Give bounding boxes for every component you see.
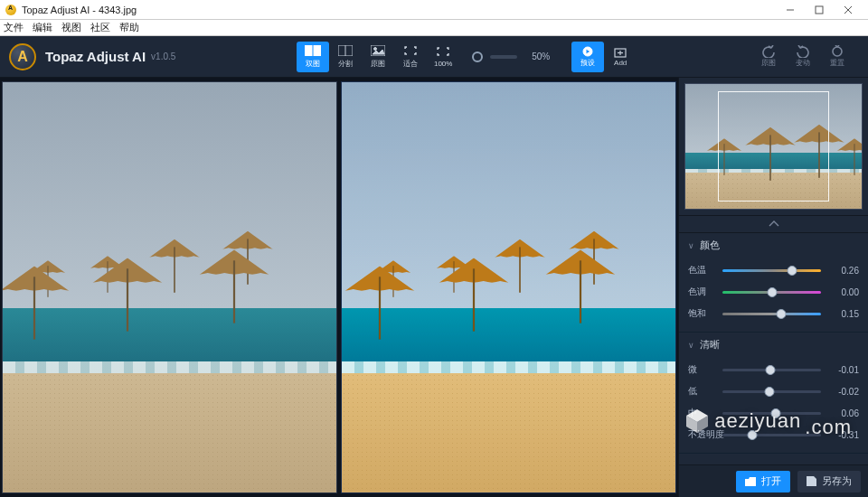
view-fit-button[interactable]: 适合: [394, 42, 427, 72]
window-minimize-button[interactable]: [776, 1, 805, 19]
svg-point-9: [374, 48, 377, 51]
slider-knob[interactable]: [788, 266, 797, 276]
menubar: 文件 编辑 视图 社区 帮助: [0, 20, 868, 36]
chevron-up-icon: [769, 220, 779, 228]
preview-thumbnail[interactable]: [684, 83, 863, 210]
view-original-button[interactable]: 原图: [362, 42, 394, 72]
view-dual-button[interactable]: 双图: [297, 42, 329, 72]
color-value-0: 0.26: [826, 266, 859, 276]
view-dual-label: 双图: [306, 59, 320, 69]
redo-icon: [795, 45, 811, 58]
zoom-control[interactable]: 50%: [472, 52, 550, 62]
panel-footer: 打开 另存为: [679, 464, 868, 497]
svg-rect-1: [816, 6, 823, 14]
view-100-label: 100%: [434, 60, 452, 68]
color-label-1: 色调: [688, 286, 717, 298]
canvas-area: [0, 78, 678, 497]
sharp-row-3: 不透明度-0.31: [688, 424, 859, 445]
color-label-0: 色温: [688, 264, 717, 277]
menu-view[interactable]: 视图: [61, 21, 81, 34]
app-version: v1.0.5: [151, 52, 175, 61]
history-group: 原图 变动 重置: [758, 45, 859, 68]
sharp-label-3: 不透明度: [688, 428, 717, 441]
window-title: Topaz Adjust AI - 4343.jpg: [22, 5, 776, 15]
sharp-value-0: -0.01: [826, 365, 859, 375]
slider-knob[interactable]: [747, 430, 757, 440]
preview-crop-rect[interactable]: [718, 91, 829, 202]
reset-icon: [829, 45, 845, 58]
zoom-value: 50%: [532, 52, 550, 61]
view-100-button[interactable]: 100%: [427, 42, 459, 72]
saveas-button[interactable]: 另存为: [797, 471, 861, 492]
zoom-track[interactable]: [490, 55, 517, 59]
color-slider-2[interactable]: [722, 313, 821, 315]
section-sharp-title: 清晰: [700, 338, 720, 352]
svg-rect-4: [305, 45, 312, 56]
fit-icon: [402, 44, 419, 57]
menu-community[interactable]: 社区: [90, 21, 110, 34]
slider-knob[interactable]: [777, 309, 787, 319]
main-area: ∨ 颜色 色温0.26色调0.00饱和0.15 ∨ 清晰 微-0.01低-0.0…: [0, 78, 868, 497]
app-name: Topaz Adjust AI: [45, 49, 146, 64]
after-pane[interactable]: [341, 81, 676, 493]
color-row-1: 色调0.00: [688, 281, 859, 303]
single-icon: [370, 44, 386, 57]
window-titlebar: Topaz Adjust AI - 4343.jpg: [0, 0, 868, 20]
folder-icon: [745, 477, 756, 486]
window-maximize-button[interactable]: [805, 1, 834, 19]
redo-button[interactable]: 变动: [792, 45, 814, 68]
reset-label: 重置: [830, 58, 844, 68]
color-slider-0[interactable]: [722, 269, 821, 272]
slider-knob[interactable]: [765, 387, 775, 397]
app-icon-small: [5, 5, 16, 15]
color-slider-1[interactable]: [722, 291, 821, 294]
view-split-label: 分割: [338, 59, 353, 69]
color-row-2: 饱和0.15: [688, 303, 859, 324]
undo-button[interactable]: 原图: [758, 45, 779, 68]
menu-edit[interactable]: 编辑: [33, 21, 52, 34]
view-split-button[interactable]: 分割: [329, 42, 362, 72]
panel-collapse-button[interactable]: [679, 215, 868, 233]
menu-help[interactable]: 帮助: [119, 21, 139, 34]
save-icon: [807, 476, 816, 486]
slider-knob[interactable]: [767, 287, 777, 297]
chevron-down-icon: ∨: [688, 241, 694, 250]
svg-rect-5: [314, 45, 321, 56]
color-label-2: 饱和: [688, 307, 717, 320]
add-preset-button[interactable]: Add: [604, 42, 637, 72]
view-mode-group: 双图 分割 原图 适合 100%: [297, 42, 459, 72]
sharp-slider-2[interactable]: [722, 412, 821, 415]
section-sharp-header[interactable]: ∨ 清晰: [679, 333, 868, 357]
add-preset-label: Add: [614, 59, 627, 67]
app-root: A Topaz Adjust AI v1.0.5 双图 分割 原图 适合 1: [0, 36, 868, 497]
reset-button[interactable]: 重置: [826, 45, 848, 68]
sharp-row-0: 微-0.01: [688, 359, 859, 380]
adjust-panel: ∨ 颜色 色温0.26色调0.00饱和0.15 ∨ 清晰 微-0.01低-0.0…: [678, 78, 868, 497]
sharp-value-2: 0.06: [826, 408, 859, 418]
slider-knob[interactable]: [770, 408, 780, 418]
color-value-1: 0.00: [826, 287, 859, 297]
full-icon: [435, 45, 451, 58]
sharp-slider-1[interactable]: [722, 390, 821, 393]
before-pane[interactable]: [2, 81, 337, 493]
undo-icon: [760, 45, 777, 58]
preset-group: 预设 Add: [571, 42, 637, 72]
app-toolbar: A Topaz Adjust AI v1.0.5 双图 分割 原图 适合 1: [0, 36, 868, 78]
sharp-slider-0[interactable]: [722, 369, 821, 371]
sharp-value-1: -0.02: [826, 387, 859, 397]
menu-file[interactable]: 文件: [4, 21, 24, 34]
section-sharp: ∨ 清晰 微-0.01低-0.02中0.06不透明度-0.31: [679, 333, 868, 454]
redo-label: 变动: [796, 58, 810, 68]
open-button[interactable]: 打开: [736, 471, 790, 492]
app-logo-icon: A: [9, 43, 36, 70]
slider-knob[interactable]: [766, 365, 776, 375]
sharp-label-0: 微: [688, 363, 717, 376]
section-color-header[interactable]: ∨ 颜色: [679, 233, 868, 258]
preset-button[interactable]: 预设: [571, 42, 604, 72]
sharp-slider-3[interactable]: [722, 434, 821, 436]
color-value-2: 0.15: [826, 309, 859, 319]
section-color-title: 颜色: [700, 239, 720, 252]
window-close-button[interactable]: [834, 1, 863, 19]
zoom-ring-icon: [472, 52, 483, 62]
open-label: 打开: [761, 474, 781, 488]
